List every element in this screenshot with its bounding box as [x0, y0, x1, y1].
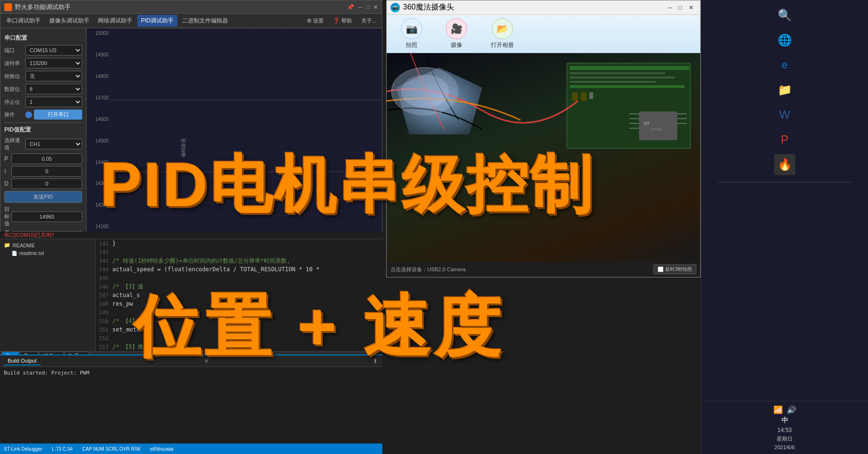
p-input[interactable] [11, 154, 82, 164]
build-close-btn[interactable]: ✕ [204, 358, 209, 365]
build-line-1: Build started: Project: PWM [4, 369, 379, 377]
line-code-151: set_moto [112, 326, 140, 333]
menu-help[interactable]: ❓ 帮助 [329, 15, 356, 26]
menu-binary[interactable]: 二进制文件编辑器 [178, 15, 232, 27]
code-line-147: 147 actual_s [96, 291, 382, 299]
pid-config-header: PID值配置 [4, 126, 82, 134]
line-num-152: 152 [96, 335, 112, 342]
file-item-readme-txt[interactable]: 📄 readme.txt [2, 249, 93, 257]
divider1 [4, 122, 82, 123]
win-date: 2021/6/6 [774, 444, 795, 450]
delay-photo-btn[interactable]: 延时3秒拍照 [653, 265, 696, 274]
send-pid-btn[interactable]: 发送PID [4, 191, 82, 203]
menu-pid[interactable]: PID调试助手 [137, 15, 177, 27]
svg-text:ST: ST [644, 121, 650, 126]
code-line-141: 141 } [96, 239, 382, 248]
i-input[interactable] [11, 166, 82, 177]
win-weekday: 星期日 [777, 435, 792, 443]
port-select[interactable]: COM15 US [25, 45, 82, 55]
svg-rect-11 [572, 92, 578, 101]
lower-status-bar: 串口[COM15]已关闭!! [0, 232, 382, 239]
pin-btn[interactable]: 📌 [347, 4, 354, 11]
build-tab[interactable]: Build Output [4, 357, 41, 365]
cam-tool-photo[interactable]: 📷 拍照 [401, 18, 422, 49]
menu-serial[interactable]: 串口调试助手 [2, 15, 44, 27]
win-lang-indicator[interactable]: 中 [781, 416, 788, 425]
line-code-153: /* 【5】类 [112, 343, 143, 351]
open-port-btn[interactable]: 打开串口 [34, 110, 82, 120]
win-powerpoint-btn[interactable]: P [774, 129, 795, 150]
win-edge-btn[interactable]: e [774, 55, 795, 76]
channel-select[interactable]: CH1 [25, 139, 82, 149]
camera-ctrl-btns: ─ □ ✕ [665, 3, 696, 12]
y-15000: 15000 [87, 31, 110, 36]
circuit-lines: ST STM32 [567, 64, 690, 148]
minimize-btn[interactable]: ─ [358, 4, 362, 11]
svg-rect-14 [639, 111, 677, 140]
bottom-status-bar: ST-Link Debugger L:73 C:34 CAP NUM SCRL … [0, 443, 382, 454]
code-line-150: 150 /* 【4】 [96, 317, 382, 325]
target-input[interactable] [11, 211, 82, 222]
video-tool-icon: 🎥 [446, 18, 467, 39]
line-code-144: actual_speed = (float)encoderDelta / TOT… [112, 266, 319, 273]
y-14800: 14800 [87, 74, 110, 79]
p-label: P [4, 155, 11, 162]
serial-config-header: 串口配置 [4, 34, 82, 42]
d-input[interactable] [11, 178, 82, 189]
win-word-btn[interactable]: W [774, 104, 795, 125]
cam-minimize-btn[interactable]: ─ [665, 3, 675, 12]
cam-close-btn[interactable]: ✕ [686, 3, 696, 12]
win-search-btn[interactable]: 🔍 [774, 5, 795, 26]
win-fire-btn[interactable]: 🔥 [774, 154, 795, 175]
svg-rect-10 [570, 85, 684, 88]
line-num-148: 148 [96, 301, 112, 307]
build-maximize-btn[interactable]: ⬆ [373, 358, 378, 365]
data-row: 数据位 8 [4, 84, 82, 94]
user-status: et/hbsyaaa [150, 446, 174, 452]
file-tree: 📁 README 📄 readme.txt [0, 239, 96, 351]
y-14400: 14400 [87, 160, 110, 165]
y-14700: 14700 [87, 95, 110, 100]
win-time: 14:53 [777, 427, 792, 433]
photo-tool-label: 拍照 [406, 41, 417, 49]
camera-title-left: 📷 360魔法摄像头 [391, 2, 454, 12]
menu-about[interactable]: 关于... [358, 15, 380, 26]
d-row: D [4, 178, 82, 189]
delay-checkbox [658, 266, 663, 272]
menu-right: ⚙ 设置 ❓ 帮助 关于... [303, 15, 380, 26]
close-btn[interactable]: ✕ [373, 4, 378, 11]
menu-network[interactable]: 网络调试助手 [94, 15, 136, 27]
camera-title-text: 360魔法摄像头 [403, 2, 454, 12]
check-select[interactable]: 无 [25, 71, 82, 81]
baud-select[interactable]: 115200 [25, 58, 82, 68]
cam-tool-album[interactable]: 📂 打开相册 [491, 18, 514, 49]
line-num-144: 144 [96, 266, 112, 273]
win-chrome-btn[interactable]: 🌐 [774, 30, 795, 51]
code-line-146: 146 /* 【3】速 [96, 282, 382, 291]
file-item-txt-label: readme.txt [19, 250, 44, 256]
line-num-141: 141 [96, 241, 112, 247]
line-code-150: /* 【4】 [112, 317, 138, 325]
cam-tool-video[interactable]: 🎥 摄像 [446, 18, 467, 49]
data-label: 数据位 [4, 86, 23, 93]
code-line-149: 149 [96, 308, 382, 317]
svg-rect-8 [570, 77, 675, 78]
menu-camera[interactable]: 摄像头调试助手 [45, 15, 93, 27]
cam-maximize-btn[interactable]: □ [676, 3, 685, 12]
port-row: 端口 COM15 US [4, 45, 82, 55]
op-label: 操作 [4, 111, 23, 118]
flags-status: CAP NUM SCRL OVR R/W [82, 446, 141, 452]
camera-bottom-bar: 点击选择设备：USB2.0 Camera 延时3秒拍照 [387, 262, 700, 277]
volume-icon: 🔊 [787, 405, 796, 414]
stop-select[interactable]: 1 [25, 97, 82, 107]
menu-settings[interactable]: ⚙ 设置 [303, 15, 327, 26]
maximize-btn[interactable]: □ [366, 4, 369, 11]
file-item-readme-folder[interactable]: 📁 README [2, 241, 93, 249]
photo-tool-icon: 📷 [401, 18, 422, 39]
wifi-icon: 📶 [773, 405, 783, 414]
p-row: P [4, 154, 82, 164]
check-label: 校验位 [4, 73, 23, 80]
data-select[interactable]: 8 [25, 84, 82, 94]
i-row: I [4, 166, 82, 177]
win-folder-btn[interactable]: 📁 [774, 79, 795, 100]
